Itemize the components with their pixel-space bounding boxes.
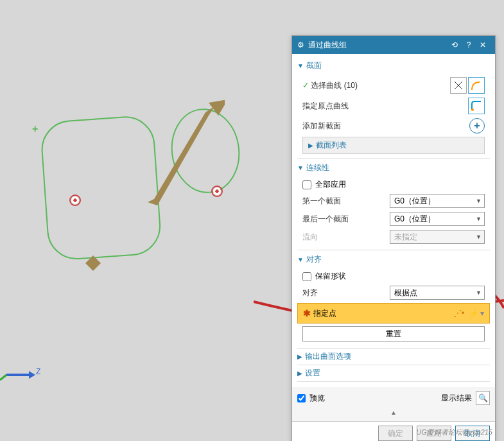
svg-marker-3	[209, 99, 225, 116]
row-add-new: 添加新截面 +	[297, 116, 490, 135]
infer-point-icon[interactable]: ⚡	[466, 306, 480, 320]
section-header-cross-section[interactable]: ▼截面	[297, 60, 490, 71]
check-icon: ✓	[302, 81, 309, 90]
reset-button[interactable]: 重置	[302, 326, 485, 342]
axis-gizmo: Z	[0, 349, 39, 383]
section-header-settings[interactable]: ▶设置	[297, 368, 490, 379]
required-icon: ✱	[303, 308, 311, 318]
specify-point-label: 指定点	[313, 308, 336, 319]
flow-select: 未指定	[390, 230, 485, 244]
expand-icon: ▶	[297, 353, 302, 360]
add-icon[interactable]: +	[469, 118, 485, 134]
svg-marker-4	[85, 255, 101, 271]
preview-checkbox[interactable]	[297, 394, 306, 402]
point-marker-2	[211, 186, 223, 197]
footer: 预览 显示结果 🔍 ▲	[292, 387, 495, 421]
dropdown-icon[interactable]: ▾	[480, 309, 484, 318]
section-align: ▼对齐 保留形状 对齐 根据点 ✱ 指定点 ⋰• ⚡ ▾ 重置	[297, 250, 490, 349]
dialog-title: 通过曲线组	[308, 40, 347, 51]
section-header-output[interactable]: ▶输出曲面选项	[297, 351, 490, 362]
show-result-label: 显示结果	[441, 393, 472, 404]
specify-origin-label: 指定原点曲线	[302, 101, 467, 112]
checkbox-apply-all[interactable]: 全部应用	[297, 177, 490, 192]
titlebar: ⚙ 通过曲线组 ⟲ ? ✕	[292, 36, 495, 54]
specify-point-row[interactable]: ✱ 指定点 ⋰• ⚡ ▾	[297, 303, 490, 324]
svg-marker-6	[29, 371, 35, 379]
svg-marker-2	[148, 106, 215, 205]
preview-label: 预览	[309, 393, 325, 404]
handle-marker	[83, 254, 103, 273]
section-cross-section: ▼截面 ✓ 选择曲线 (10) 指定原点曲线 添加新截面 + ▶截面列表	[297, 56, 490, 159]
align-label: 对齐	[302, 288, 386, 298]
watermark: UG爱好者论坛@zdp215	[416, 428, 492, 437]
select-curve-label: 选择曲线 (10)	[311, 80, 449, 91]
section-list-header[interactable]: ▶截面列表	[302, 137, 485, 154]
section-continuity: ▼连续性 全部应用 第一个截面 G0（位置） 最后一个截面 G0（位置） 流向 …	[297, 159, 490, 250]
last-section-select[interactable]: G0（位置）	[390, 212, 485, 226]
curve-rule-icon[interactable]	[450, 77, 467, 94]
section-output: ▶输出曲面选项	[297, 349, 490, 365]
section-header-continuity[interactable]: ▼连续性	[297, 162, 490, 173]
plus-marker: +	[32, 123, 38, 135]
collapse-icon: ▼	[297, 256, 304, 263]
origin-curve-icon[interactable]	[468, 98, 485, 114]
collapse-footer-icon[interactable]: ▲	[297, 408, 490, 417]
dialog-panel: ⚙ 通过曲线组 ⟲ ? ✕ ▼截面 ✓ 选择曲线 (10) 指定原点曲线 添加新…	[291, 35, 496, 441]
row-select-curve[interactable]: ✓ 选择曲线 (10)	[297, 75, 490, 96]
apply-all-checkbox[interactable]	[302, 180, 311, 189]
ok-button: 确定	[378, 426, 413, 441]
svg-point-10	[471, 108, 474, 111]
refresh-icon[interactable]: ⟲	[448, 40, 462, 49]
close-icon[interactable]: ✕	[476, 40, 490, 49]
expand-icon: ▶	[297, 370, 302, 377]
help-icon[interactable]: ?	[462, 40, 476, 49]
axis-z-label: Z	[36, 367, 40, 376]
point-marker-1	[69, 195, 81, 206]
collapse-icon: ▼	[297, 62, 304, 69]
svg-line-7	[0, 375, 6, 380]
last-section-label: 最后一个截面	[302, 214, 386, 225]
point-dialog-icon[interactable]: ⋰•	[452, 306, 466, 320]
collapse-icon: ▼	[297, 164, 304, 171]
section-settings: ▶设置	[297, 365, 490, 382]
expand-icon: ▶	[308, 142, 313, 149]
show-result-icon[interactable]: 🔍	[476, 391, 490, 405]
first-section-select[interactable]: G0（位置）	[390, 194, 485, 208]
row-specify-origin[interactable]: 指定原点曲线	[297, 96, 490, 116]
flow-label: 流向	[302, 232, 386, 243]
first-section-label: 第一个截面	[302, 196, 386, 207]
align-select[interactable]: 根据点	[390, 286, 485, 300]
section-header-align[interactable]: ▼对齐	[297, 254, 490, 265]
gear-icon: ⚙	[297, 40, 304, 49]
select-curve-icon[interactable]	[468, 77, 485, 94]
checkbox-preserve[interactable]: 保留形状	[297, 269, 490, 284]
add-new-label: 添加新截面	[302, 121, 469, 132]
preserve-checkbox[interactable]	[302, 272, 311, 281]
